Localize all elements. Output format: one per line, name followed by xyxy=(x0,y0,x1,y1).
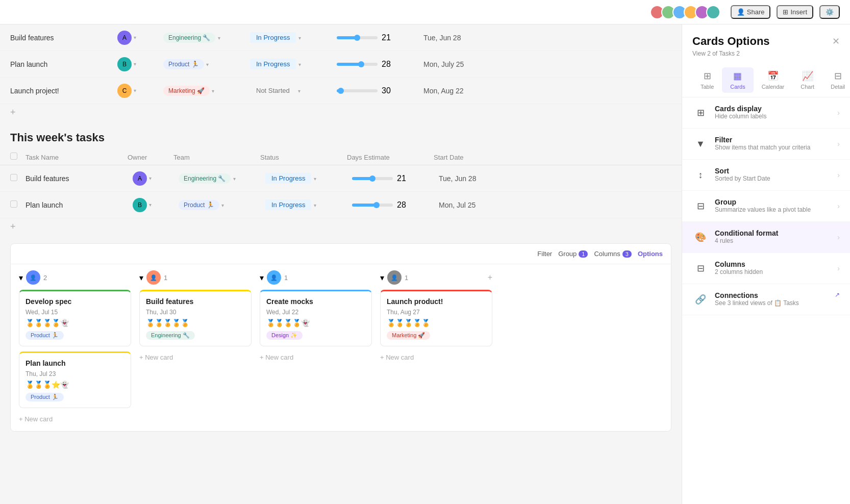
option-sub: 2 columns hidden xyxy=(715,268,833,275)
group-button[interactable]: Group 1 xyxy=(558,250,588,258)
table-row: Build features A ▾ Engineering 🔧 ▾ In Pr… xyxy=(0,165,682,192)
add-row-button-week[interactable]: + xyxy=(0,218,682,235)
column-headers: Task Name Owner Team Status Days Estimat… xyxy=(0,149,682,165)
progress-fill xyxy=(352,204,377,207)
card-stars: 🏅🏅🏅🏅👻 xyxy=(26,319,124,327)
table-row: Plan launch B ▾ Product 🏃 ▾ In Progress … xyxy=(0,192,682,218)
col-header-days: Days Estimate xyxy=(347,154,429,161)
option-cards-display[interactable]: ⊞ Cards display Hide column labels › xyxy=(682,97,850,129)
kanban-column: ▾ 👤 1 Build features Thu, Jul 30 🏅🏅🏅🏅🏅 E… xyxy=(139,270,252,425)
add-row-button[interactable]: + xyxy=(0,104,682,121)
conditional-format-icon: 🎨 xyxy=(692,229,709,245)
options-button[interactable]: Options xyxy=(638,250,663,258)
option-arrow: › xyxy=(837,202,840,210)
option-title: Columns xyxy=(715,260,833,268)
option-group[interactable]: ⊟ Group Summarize values like a pivot ta… xyxy=(682,191,850,222)
owner-dropdown[interactable]: ▾ xyxy=(134,35,136,40)
add-col-button[interactable]: + xyxy=(488,273,492,282)
option-columns[interactable]: ⊟ Columns 2 columns hidden › xyxy=(682,253,850,284)
connections-icon: 🔗 xyxy=(692,291,709,308)
progress-fill xyxy=(337,89,341,92)
status-pill: In Progress xyxy=(265,199,311,210)
filter-label: Filter xyxy=(537,250,552,258)
card-date: Wed, Jul 22 xyxy=(266,309,365,316)
new-card-button[interactable]: + New card xyxy=(19,413,131,425)
owner-cell: B ▾ xyxy=(133,198,173,212)
view-chart[interactable]: 📈 Chart xyxy=(792,67,822,93)
cards-toolbar: Filter Group 1 Columns 3 Options xyxy=(11,244,671,264)
calendar-icon: 📅 xyxy=(767,70,779,82)
options-label: Options xyxy=(638,250,663,258)
team-dropdown[interactable]: ▾ xyxy=(212,88,214,94)
col-toggle[interactable]: ▾ xyxy=(260,273,264,283)
team-dropdown[interactable]: ▾ xyxy=(233,176,236,182)
panel-subtitle: View 2 of Tasks 2 xyxy=(682,50,850,63)
card-title: Plan launch xyxy=(26,359,124,367)
days-value: 30 xyxy=(382,86,391,95)
option-conditional-format[interactable]: 🎨 Conditional format 4 rules › xyxy=(682,222,850,253)
col-header-date: Start Date xyxy=(434,154,500,161)
poi-content: Sort Sorted by Start Date xyxy=(715,167,833,182)
team-cell: Product 🏃 ▾ xyxy=(179,200,260,210)
poi-content: Connections See 3 linked views of 📋 Task… xyxy=(715,291,835,307)
status-cell: In Progress ▾ xyxy=(250,32,332,43)
card-tag: Product 🏃 xyxy=(26,393,64,401)
columns-button[interactable]: Columns 3 xyxy=(594,250,631,258)
owner-cell: A ▾ xyxy=(133,171,173,186)
status-dropdown[interactable]: ▾ xyxy=(298,88,301,94)
connections-link[interactable]: ↗ xyxy=(835,291,840,298)
card-title: Develop spec xyxy=(26,297,124,306)
new-card-button[interactable]: + New card xyxy=(260,351,372,363)
row-checkbox[interactable] xyxy=(10,200,17,208)
status-dropdown[interactable]: ▾ xyxy=(298,62,301,67)
col-toggle[interactable]: ▾ xyxy=(380,273,384,283)
col-header-owner: Owner xyxy=(128,154,168,161)
progress-fill xyxy=(352,177,372,180)
task-name: Build features xyxy=(10,34,112,42)
chart-label: Chart xyxy=(801,84,814,90)
option-connections[interactable]: 🔗 Connections See 3 linked views of 📋 Ta… xyxy=(682,284,850,315)
start-date: Mon, Aug 22 xyxy=(423,87,490,95)
status-cell: In Progress ▾ xyxy=(250,59,332,69)
option-sub: Sorted by Start Date xyxy=(715,175,833,182)
settings-button[interactable]: ⚙️ xyxy=(819,5,840,19)
team-cell: Marketing 🚀 ▾ xyxy=(163,86,245,96)
kanban-card: Launch product! Thu, Aug 27 🏅🏅🏅🏅🏅 Market… xyxy=(380,290,492,346)
team-dropdown[interactable]: ▾ xyxy=(218,35,220,41)
status-cell: Not Started ▾ xyxy=(250,85,332,96)
share-button[interactable]: 👤 Share xyxy=(731,5,771,19)
status-dropdown[interactable]: ▾ xyxy=(314,176,316,182)
team-dropdown[interactable]: ▾ xyxy=(206,62,209,67)
col-toggle[interactable]: ▾ xyxy=(139,273,143,283)
owner-dropdown[interactable]: ▾ xyxy=(149,202,152,208)
panel-header: Cards Options ✕ xyxy=(682,24,850,50)
team-dropdown[interactable]: ▾ xyxy=(221,203,224,208)
table-icon: ⊞ xyxy=(704,70,711,82)
new-card-button[interactable]: + New card xyxy=(139,351,252,363)
owner-dropdown[interactable]: ▾ xyxy=(134,88,136,93)
row-checkbox[interactable] xyxy=(10,174,17,181)
view-cards[interactable]: ▦ Cards xyxy=(722,67,753,93)
col-avatar: 👤 xyxy=(26,270,40,285)
option-title: Cards display xyxy=(715,105,833,113)
close-button[interactable]: ✕ xyxy=(832,36,840,47)
owner-dropdown[interactable]: ▾ xyxy=(149,175,152,181)
status-dropdown[interactable]: ▾ xyxy=(314,203,316,208)
filter-icon: ▼ xyxy=(692,136,709,152)
task-name: Launch project! xyxy=(10,87,112,95)
owner-dropdown[interactable]: ▾ xyxy=(134,61,136,67)
team-cell: Engineering 🔧 ▾ xyxy=(163,33,245,43)
view-calendar[interactable]: 📅 Calendar xyxy=(754,67,793,93)
insert-button[interactable]: ⊞ Insert xyxy=(777,5,813,19)
calendar-label: Calendar xyxy=(762,84,785,90)
status-dropdown[interactable]: ▾ xyxy=(298,35,301,41)
col-toggle[interactable]: ▾ xyxy=(19,273,23,283)
view-detail[interactable]: ⊟ Detail xyxy=(822,67,850,93)
option-filter[interactable]: ▼ Filter Show items that match your crit… xyxy=(682,129,850,160)
avatar: B xyxy=(117,57,132,71)
new-card-button[interactable]: + New card xyxy=(380,351,492,363)
view-table[interactable]: ⊞ Table xyxy=(692,67,722,93)
filter-button[interactable]: Filter xyxy=(537,250,552,258)
days-cell: 21 xyxy=(352,174,434,183)
option-sort[interactable]: ↕ Sort Sorted by Start Date › xyxy=(682,160,850,191)
